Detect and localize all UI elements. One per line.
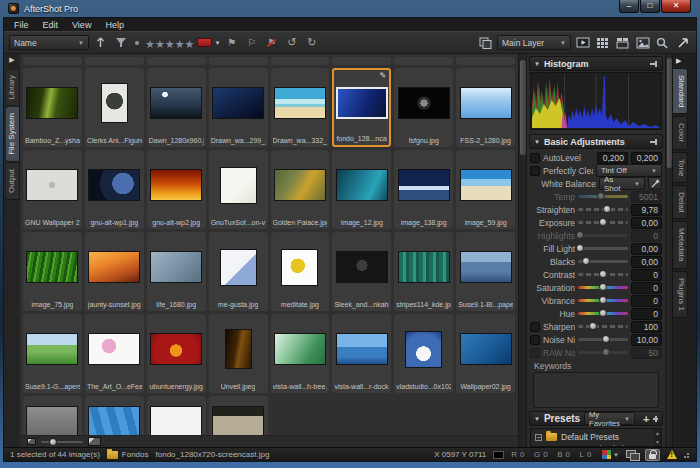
autolevel-value-2[interactable]: 0,200 xyxy=(631,152,662,164)
grid-item[interactable]: Suse9.1-Bl...papers.jpg xyxy=(456,232,515,311)
slider-knob[interactable] xyxy=(599,283,607,291)
sidebar-tab-file-system[interactable]: File System xyxy=(6,106,20,162)
sidebar-tab-library[interactable]: Library xyxy=(6,68,20,106)
sidebar-tab-output[interactable]: Output xyxy=(6,162,20,200)
grid-item[interactable]: image_12.jpg xyxy=(332,150,391,229)
hue-value[interactable]: 0 xyxy=(631,308,662,320)
grid-item[interactable]: jaunty-sunset.jpg xyxy=(85,232,144,311)
raw-noise-slider[interactable] xyxy=(578,351,628,354)
filter-icon[interactable] xyxy=(112,35,129,51)
grid-item[interactable]: vista-wall...h-tree.jpg xyxy=(271,314,330,393)
sort-ascending-icon[interactable] xyxy=(92,35,109,51)
grid-item[interactable]: ✎fondo_128...ncast.jpg xyxy=(332,68,391,147)
dual-display-icon[interactable] xyxy=(626,450,638,459)
pin-icon[interactable] xyxy=(650,60,658,68)
tree-expander-icon[interactable]: − xyxy=(535,434,542,441)
grid-item[interactable]: Clerks Ani...Figure.jpg xyxy=(85,68,144,147)
grid-view-icon[interactable] xyxy=(594,35,611,51)
star-icon[interactable]: ★ xyxy=(145,38,155,50)
tree-scrollbar[interactable]: ▲▼ xyxy=(654,429,661,446)
flag-clear-icon[interactable]: ⚑ xyxy=(263,35,280,51)
slider-knob[interactable] xyxy=(597,192,605,200)
keywords-input[interactable] xyxy=(533,372,659,408)
rating-none-icon[interactable] xyxy=(135,41,139,45)
star-icon[interactable]: ★ xyxy=(175,38,185,50)
grid-item[interactable]: Dawn_1280x960.jpg xyxy=(147,68,206,147)
layer-dropdown[interactable]: Main Layer▼ xyxy=(497,35,571,50)
exposure-slider[interactable] xyxy=(578,221,628,224)
grid-item[interactable] xyxy=(85,396,144,435)
slider-knob[interactable] xyxy=(602,348,610,356)
grid-item[interactable]: gnu-alt-wp2.jpg xyxy=(147,150,206,229)
noise-ninja-slider[interactable] xyxy=(578,338,628,341)
grid-scrollbar[interactable] xyxy=(518,54,526,447)
grid-item[interactable]: image_75.jpg xyxy=(23,232,82,311)
vibrance-value[interactable]: 0 xyxy=(631,295,662,307)
perfectly-clear-checkbox[interactable] xyxy=(530,166,540,176)
sharpening-slider[interactable] xyxy=(578,325,628,328)
slider-knob[interactable] xyxy=(589,322,597,330)
grid-item[interactable]: The_Art_O...eFear.jpg xyxy=(85,314,144,393)
highlights-slider[interactable] xyxy=(578,234,628,237)
panel-scrollbar[interactable] xyxy=(665,54,672,447)
collapse-left-panel-icon[interactable]: ▶ xyxy=(9,55,14,65)
menu-item-view[interactable]: View xyxy=(65,20,98,30)
blacks-slider[interactable] xyxy=(578,260,628,263)
image-view-icon[interactable] xyxy=(634,35,651,51)
grid-item[interactable] xyxy=(147,396,206,435)
magnifier-icon[interactable] xyxy=(654,35,671,51)
grid-item[interactable]: Golden Palace.jpg xyxy=(271,150,330,229)
contrast-value[interactable]: 0 xyxy=(631,269,662,281)
star-icon[interactable]: ★ xyxy=(185,38,195,50)
panel-tab-color[interactable]: Color xyxy=(673,116,688,149)
flag-reject-icon[interactable]: ⚐ xyxy=(243,35,260,51)
resize-grip[interactable] xyxy=(684,452,690,458)
grid-item[interactable]: image_138.jpg xyxy=(394,150,453,229)
rotate-left-icon[interactable]: ↺ xyxy=(283,35,300,51)
histogram-header[interactable]: ▼ Histogram xyxy=(529,56,663,71)
copy-settings-icon[interactable] xyxy=(477,35,494,51)
grid-item[interactable]: Drawn_wa...332_.jpg xyxy=(271,68,330,147)
raw-noise-value[interactable]: 50 xyxy=(631,347,662,359)
panel-tab-plugins-1[interactable]: Plugins 1 xyxy=(673,271,688,318)
grid-item[interactable]: meditate.jpg xyxy=(271,232,330,311)
autolevel-value-1[interactable]: 0,200 xyxy=(597,152,628,164)
panel-tab-tone[interactable]: Tone xyxy=(673,152,688,183)
sharpening-checkbox[interactable] xyxy=(530,322,540,332)
hue-slider[interactable] xyxy=(578,312,628,315)
add-preset-button[interactable]: + xyxy=(643,413,649,425)
close-button[interactable]: ✕ xyxy=(661,0,691,13)
star-icon[interactable]: ★ xyxy=(155,38,165,50)
fill-light-slider[interactable] xyxy=(578,247,628,250)
grid-item[interactable]: GNU Wallpaper 2.jpg xyxy=(23,150,82,229)
grid-item[interactable]: vladstudio...0x1024.jpg xyxy=(394,314,453,393)
panel-tab-standard[interactable]: Standard xyxy=(673,68,688,114)
collapse-triangle-icon[interactable]: ▼ xyxy=(534,61,540,67)
sort-dropdown[interactable]: Name▼ xyxy=(9,35,89,50)
fill-light-value[interactable]: 0,00 xyxy=(631,243,662,255)
grid-item[interactable] xyxy=(209,396,268,435)
grid-item[interactable]: Drawn_wa...299_.jpg xyxy=(209,68,268,147)
preset-b-w-ir-simulation[interactable]: B&W - IR Simulation xyxy=(532,443,660,447)
warning-icon[interactable] xyxy=(667,450,677,459)
panel-tab-metadata[interactable]: Metadata xyxy=(673,221,688,268)
flag-pick-icon[interactable]: ⚑ xyxy=(223,35,240,51)
contrast-slider[interactable] xyxy=(578,273,628,276)
maximize-button[interactable]: □ xyxy=(640,0,660,13)
rotate-right-icon[interactable]: ↻ xyxy=(303,35,320,51)
lock-button[interactable] xyxy=(645,449,660,461)
noise-ninja-value[interactable]: 10,00 xyxy=(631,334,662,346)
straighten-value[interactable]: 9,78 xyxy=(631,204,662,216)
white-balance-dropdown[interactable]: As Shot▼ xyxy=(599,177,645,190)
noise-ninja-checkbox[interactable] xyxy=(530,335,540,345)
slider-knob[interactable] xyxy=(602,335,610,343)
grid-item[interactable]: stripes114_kde.jpg xyxy=(394,232,453,311)
color-label-button[interactable]: ▼ xyxy=(197,35,220,51)
star-icon[interactable]: ★ xyxy=(165,38,175,50)
slider-knob[interactable] xyxy=(599,270,607,278)
collapse-triangle-icon[interactable]: ▼ xyxy=(534,139,540,145)
slider-knob[interactable] xyxy=(49,438,57,446)
saturation-value[interactable]: 0 xyxy=(631,282,662,294)
grid-item[interactable]: Suse9.1-G...apers.jpg xyxy=(23,314,82,393)
sharpening-value[interactable]: 100 xyxy=(631,321,662,333)
